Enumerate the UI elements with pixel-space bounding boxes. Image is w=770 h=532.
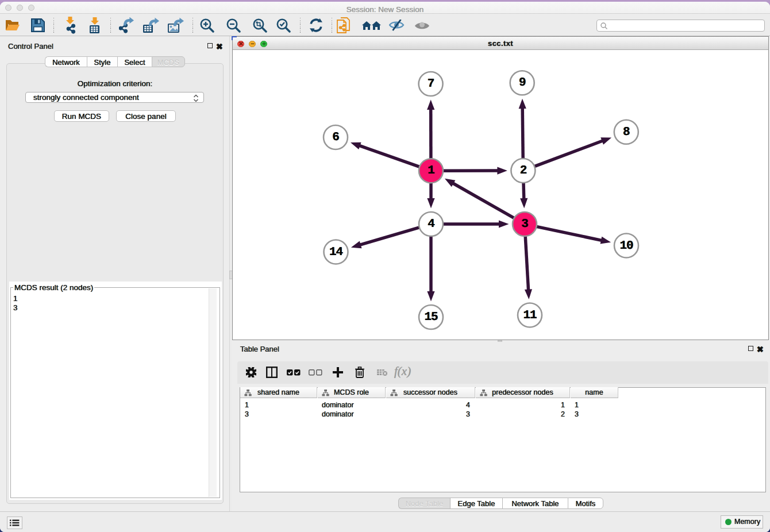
- svg-text:6: 6: [332, 131, 339, 144]
- svg-text:10: 10: [619, 240, 633, 253]
- svg-text:4: 4: [428, 218, 434, 231]
- svg-text:7: 7: [428, 78, 434, 91]
- svg-text:3: 3: [521, 218, 528, 231]
- svg-text:8: 8: [623, 126, 630, 139]
- svg-text:15: 15: [424, 311, 438, 324]
- svg-text:14: 14: [329, 246, 343, 259]
- svg-text:2: 2: [520, 164, 527, 178]
- svg-text:11: 11: [523, 309, 537, 322]
- svg-text:9: 9: [519, 76, 526, 90]
- svg-text:1: 1: [428, 164, 434, 178]
